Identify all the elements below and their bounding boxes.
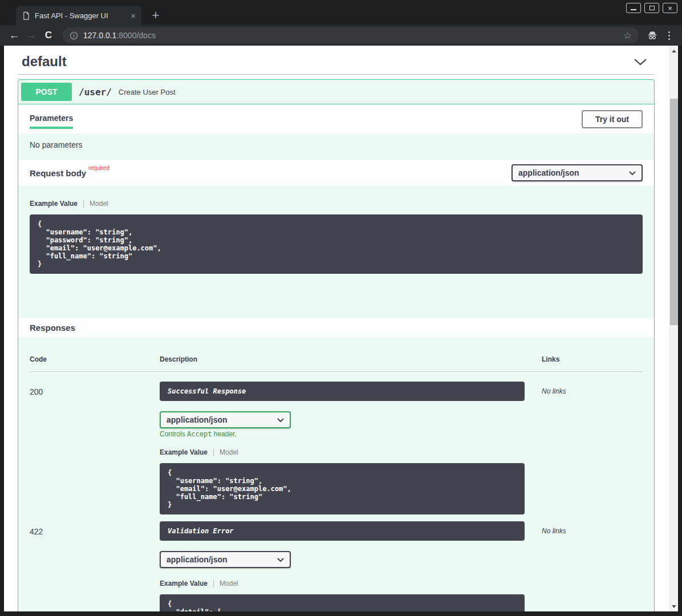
request-body-example-json[interactable]: { "username": "string", "password": "str… xyxy=(30,214,643,274)
tab-divider xyxy=(213,580,214,587)
column-code: Code xyxy=(30,355,160,363)
response-description-cell: Successful Response application/json Con… xyxy=(160,382,542,514)
response-description-cell: Validation Error application/json Exampl… xyxy=(160,521,542,611)
url-bar[interactable]: 127.0.0.1:8000/docs ☆ xyxy=(63,27,639,43)
response-row-200: 200 Successful Response application/json… xyxy=(30,372,643,514)
column-links: Links xyxy=(542,355,643,363)
bookmark-star-icon[interactable]: ☆ xyxy=(623,30,632,42)
chevron-down-icon xyxy=(277,418,284,422)
api-group-title: default xyxy=(22,54,67,70)
chevron-down-icon[interactable] xyxy=(633,58,648,66)
incognito-icon xyxy=(643,30,661,41)
maximize-button[interactable] xyxy=(644,3,659,13)
document-icon xyxy=(22,11,30,20)
parameters-header: Parameters Try it out xyxy=(18,104,654,133)
reload-button[interactable]: C xyxy=(40,27,57,44)
request-body-content: Example Value Model { "username": "strin… xyxy=(18,186,654,318)
endpoint-path: /user/ xyxy=(79,87,112,98)
info-icon[interactable] xyxy=(70,31,78,40)
forward-button[interactable]: → xyxy=(23,27,40,44)
endpoint-summary-text: Create User Post xyxy=(119,88,176,96)
no-parameters-text: No parameters xyxy=(18,133,654,160)
response-example-json[interactable]: { "detail": [ xyxy=(160,594,525,611)
swagger-page: default POST /user/ Create User Post Par… xyxy=(4,46,669,611)
response-description: Successful Response xyxy=(160,382,525,401)
browser-tab[interactable]: Fast API - Swagger UI × xyxy=(16,6,141,25)
controls-accept-note: Controls Accept header. xyxy=(160,430,542,438)
responses-table-head: Code Description Links xyxy=(30,355,643,372)
url-text[interactable]: 127.0.0.1:8000/docs xyxy=(83,31,623,40)
example-model-tabs: Example Value Model xyxy=(160,448,542,456)
response-code: 422 xyxy=(30,521,160,536)
page-scrollbar[interactable] xyxy=(669,46,678,611)
tab-close-icon[interactable]: × xyxy=(131,11,136,20)
request-body-header: Request bodyrequired application/json xyxy=(18,160,654,186)
responses-title: Responses xyxy=(30,323,75,333)
scrollbar-thumb[interactable] xyxy=(670,99,678,325)
browser-menu-button[interactable] xyxy=(661,31,676,40)
tab-title: Fast API - Swagger UI xyxy=(35,11,126,20)
response-media-type-select[interactable]: application/json xyxy=(160,551,291,568)
response-example-json[interactable]: { "username": "string", "email": "user@e… xyxy=(160,463,525,514)
tab-parameters[interactable]: Parameters xyxy=(30,109,73,129)
tab-divider xyxy=(213,449,214,456)
response-links: No links xyxy=(542,521,643,535)
tab-example-value[interactable]: Example Value xyxy=(30,200,78,208)
tab-example-value[interactable]: Example Value xyxy=(160,579,208,587)
responses-header: Responses xyxy=(18,318,654,337)
close-button[interactable]: × xyxy=(663,3,677,13)
close-icon: × xyxy=(668,5,672,12)
minimize-icon xyxy=(631,9,636,10)
group-divider xyxy=(18,74,655,75)
scroll-down-arrow-icon[interactable] xyxy=(670,602,678,610)
chevron-down-icon xyxy=(277,558,284,562)
request-body-title: Request bodyrequired xyxy=(30,168,109,178)
required-badge: required xyxy=(88,165,109,171)
back-button[interactable]: ← xyxy=(6,27,23,44)
example-model-tabs: Example Value Model xyxy=(160,579,542,587)
minimize-button[interactable] xyxy=(626,3,641,13)
try-it-out-button[interactable]: Try it out xyxy=(582,110,643,128)
response-description: Validation Error xyxy=(160,521,525,541)
api-group-header[interactable]: default xyxy=(18,50,655,74)
window-controls: × xyxy=(626,3,677,13)
tab-divider xyxy=(83,200,84,208)
back-icon: ← xyxy=(9,29,20,42)
response-row-422: 422 Validation Error application/json xyxy=(30,514,643,611)
new-tab-button[interactable]: + xyxy=(147,7,164,24)
reload-icon: C xyxy=(45,30,52,41)
http-method-badge: POST xyxy=(21,83,72,101)
endpoint-block: POST /user/ Create User Post Parameters … xyxy=(18,79,655,611)
column-description: Description xyxy=(160,355,542,363)
response-code: 200 xyxy=(30,382,160,396)
browser-window: Fast API - Swagger UI × + × ← → C 127.0.… xyxy=(0,0,682,616)
maximize-icon xyxy=(649,6,655,10)
chevron-down-icon xyxy=(629,171,636,175)
request-media-type-select[interactable]: application/json xyxy=(511,164,643,181)
endpoint-summary[interactable]: POST /user/ Create User Post xyxy=(18,80,654,104)
example-model-tabs: Example Value Model xyxy=(30,200,643,208)
scroll-up-arrow-icon[interactable] xyxy=(670,47,678,55)
tab-model[interactable]: Model xyxy=(220,579,238,587)
tab-example-value[interactable]: Example Value xyxy=(160,448,208,456)
browser-toolbar: ← → C 127.0.0.1:8000/docs ☆ xyxy=(0,25,682,46)
page-viewport: default POST /user/ Create User Post Par… xyxy=(4,46,678,611)
forward-icon: → xyxy=(26,29,37,42)
response-links: No links xyxy=(542,382,643,395)
responses-table: Code Description Links 200 Successful Re… xyxy=(18,337,654,611)
tab-model[interactable]: Model xyxy=(90,200,108,208)
tab-strip: Fast API - Swagger UI × + × xyxy=(0,0,682,25)
response-media-type-select[interactable]: application/json xyxy=(160,411,291,428)
tab-model[interactable]: Model xyxy=(220,448,238,456)
